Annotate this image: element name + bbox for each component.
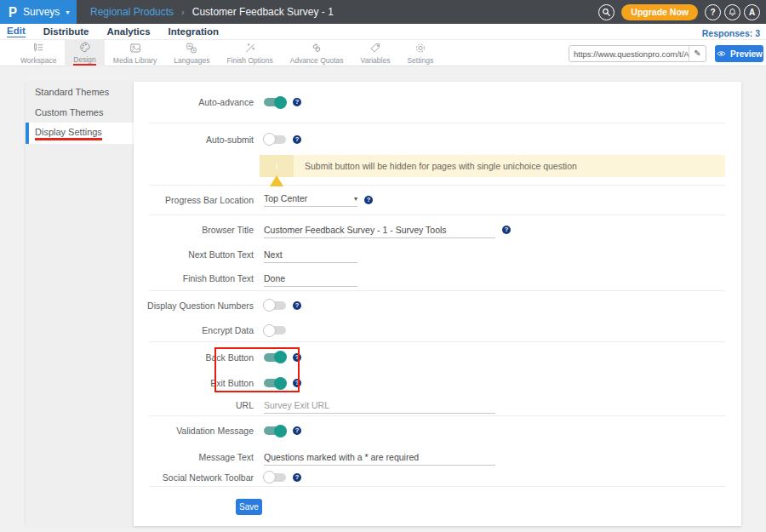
sidebar-item-custom-themes[interactable]: Custom Themes (26, 102, 134, 123)
sidebar-item-label: Custom Themes (35, 107, 104, 117)
breadcrumb-parent[interactable]: Regional Products (90, 6, 174, 18)
encrypt-data-toggle[interactable] (264, 326, 286, 335)
survey-url-text[interactable]: https://www.questionpro.com/t/APNrFZ (569, 49, 689, 59)
toolbar-tab-label: Design (73, 56, 95, 66)
toolbar-tab-advance-quotas[interactable]: Advance Quotas (282, 40, 352, 66)
preview-button[interactable]: Preview (715, 45, 763, 62)
next-button-text-row: Next Button Text (134, 243, 741, 266)
toolbar-tab-workspace[interactable]: Workspace (12, 40, 65, 66)
svg-text:A: A (193, 49, 196, 53)
workspace-icon (31, 42, 45, 54)
progress-bar-location-value: Top Center (264, 193, 307, 203)
toolbar-tab-label: Media Library (113, 57, 157, 65)
auto-submit-row: Auto-submit ? (134, 123, 741, 155)
chevron-down-icon: ▾ (66, 9, 69, 16)
nav-item-distribute[interactable]: Distribute (43, 26, 89, 37)
progress-bar-location-select[interactable]: Top Center ▾ (264, 193, 357, 207)
toolbar-tab-label: Advance Quotas (290, 57, 344, 65)
auto-submit-label: Auto-submit (134, 134, 254, 145)
sidebar-item-standard-themes[interactable]: Standard Themes (26, 82, 134, 102)
help-menu-button[interactable]: ? (705, 4, 721, 20)
social-network-toolbar-help-icon[interactable]: ? (293, 473, 301, 482)
back-button-toggle[interactable] (264, 353, 286, 362)
bell-icon (728, 8, 737, 17)
validation-message-help-icon[interactable]: ? (293, 426, 301, 435)
nav-item-edit[interactable]: Edit (7, 26, 26, 37)
auto-advance-toggle[interactable] (264, 98, 286, 106)
toolbar-tab-label: Finish Options (226, 57, 272, 65)
sidebar-item-display-settings[interactable]: Display Settings (26, 123, 134, 144)
browser-title-help-icon[interactable]: ? (502, 226, 511, 234)
responses-count[interactable]: Responses: 3 (702, 28, 760, 38)
progress-bar-location-row: Progress Bar Location Top Center ▾ ? (134, 186, 741, 215)
social-network-toolbar-toggle[interactable] (264, 473, 286, 482)
auto-submit-help-icon[interactable]: ? (293, 135, 301, 144)
next-button-text-input[interactable] (264, 249, 357, 263)
encrypt-data-label: Encrypt Data (134, 325, 254, 335)
exit-url-label: URL (134, 400, 254, 410)
translate-icon: A (185, 42, 198, 54)
finish-button-text-input[interactable] (264, 273, 357, 287)
surveys-menu[interactable]: P Surveys ▾ (0, 0, 77, 24)
display-question-numbers-help-icon[interactable]: ? (293, 301, 301, 310)
toolbar-tab-design[interactable]: Design (65, 40, 104, 66)
warning-icon-cell: ! (260, 155, 294, 177)
upgrade-now-button[interactable]: Upgrade Now (621, 4, 698, 20)
save-button[interactable]: Save (236, 499, 262, 515)
message-text-label: Message Text (134, 452, 254, 462)
exit-button-help-icon[interactable]: ? (293, 379, 301, 387)
browser-title-label: Browser Title (134, 225, 254, 235)
breadcrumb: Regional Products › Customer Feedback Su… (90, 6, 334, 18)
red-underline-annotation: Display Settings (35, 127, 102, 140)
toolbar-tab-label: Variables (361, 57, 391, 65)
image-icon (129, 42, 142, 54)
wand-icon (243, 42, 257, 54)
toolbar-tab-languages[interactable]: A Languages (165, 40, 218, 66)
preview-button-label: Preview (730, 49, 763, 59)
search-icon (602, 8, 611, 17)
message-text-input[interactable] (264, 452, 495, 466)
back-button-row: Back Button ? (134, 342, 741, 372)
exit-url-row: URL (134, 394, 741, 415)
toolbar-tab-media-library[interactable]: Media Library (105, 40, 166, 66)
eye-icon (716, 49, 727, 58)
browser-title-input[interactable] (264, 225, 495, 238)
questionpro-logo: P (9, 5, 17, 19)
survey-url-box[interactable]: https://www.questionpro.com/t/APNrFZ ✎ (569, 45, 706, 62)
warning-text: Submit button will be hidden for pages w… (294, 155, 725, 177)
exit-button-row: Exit Button ? (134, 372, 741, 394)
social-network-toolbar-label: Social Network Toolbar (134, 472, 254, 483)
warning-banner: ! Submit button will be hidden for pages… (260, 155, 725, 177)
search-button[interactable] (598, 4, 615, 20)
auto-advance-label: Auto-advance (134, 97, 254, 107)
auto-submit-toggle[interactable] (264, 135, 286, 144)
display-question-numbers-toggle[interactable] (264, 301, 286, 310)
breadcrumb-separator: › (181, 7, 185, 17)
toolbar-tab-variables[interactable]: Variables (352, 40, 399, 66)
page-background: Standard Themes Custom Themes Display Se… (0, 66, 766, 532)
warning-triangle-icon: ! (270, 161, 283, 172)
nav-item-analytics[interactable]: Analytics (106, 26, 150, 37)
top-bar: P Surveys ▾ Regional Products › Customer… (0, 0, 766, 24)
auto-advance-row: Auto-advance ? (134, 82, 741, 123)
auto-advance-help-icon[interactable]: ? (293, 98, 301, 106)
finish-button-text-label: Finish Button Text (134, 273, 254, 283)
message-text-row: Message Text (134, 445, 741, 468)
chain-links-icon (310, 42, 323, 54)
exit-button-toggle[interactable] (264, 379, 286, 387)
exit-url-input[interactable] (264, 400, 495, 414)
progress-bar-location-help-icon[interactable]: ? (364, 196, 373, 204)
next-button-text-label: Next Button Text (134, 249, 254, 260)
validation-message-toggle[interactable] (264, 426, 286, 435)
notifications-button[interactable] (724, 4, 740, 20)
avatar[interactable]: A (744, 4, 760, 20)
back-button-help-icon[interactable]: ? (293, 353, 301, 362)
toolbar-tab-settings[interactable]: Settings (398, 40, 442, 66)
survey-nav: Edit Distribute Analytics Integration (0, 24, 766, 40)
edit-toolbar: Workspace Design Media Library A Languag… (0, 40, 766, 66)
edit-url-pencil-icon[interactable]: ✎ (689, 46, 706, 61)
exit-button-label: Exit Button (134, 378, 254, 388)
toolbar-tab-finish-options[interactable]: Finish Options (218, 40, 281, 66)
nav-item-integration[interactable]: Integration (169, 26, 219, 37)
progress-bar-location-label: Progress Bar Location (134, 195, 254, 205)
